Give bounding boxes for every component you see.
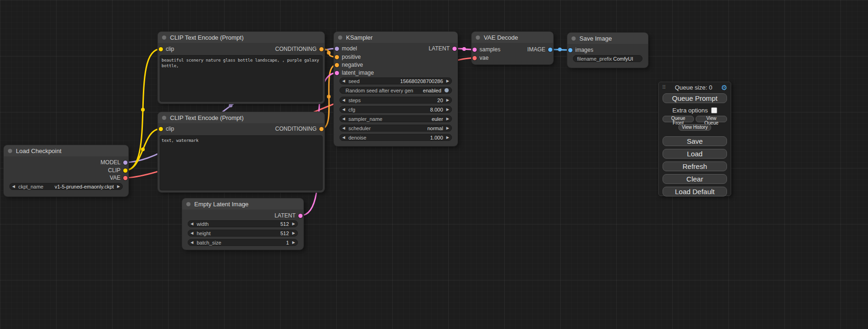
seed-widget[interactable]: ◀ seed 156680208700286 ▶ (339, 77, 452, 84)
queue-front-button[interactable]: Queue Front (663, 116, 694, 122)
cfg-widget[interactable]: ◀ cfg 8.000 ▶ (339, 106, 452, 113)
decrement-icon[interactable]: ◀ (342, 134, 345, 140)
latent-slot-dot[interactable] (335, 71, 339, 75)
save-button[interactable]: Save (663, 136, 727, 146)
width-widget[interactable]: ◀ width 512 ▶ (188, 220, 298, 227)
node-title-bar[interactable]: Save Image (567, 33, 648, 44)
conditioning-slot-dot[interactable] (335, 55, 339, 59)
model-slot-dot[interactable] (123, 161, 127, 165)
image-slot-dot[interactable] (568, 48, 572, 52)
random-seed-toggle-widget[interactable]: Random seed after every gen enabled (339, 87, 452, 94)
drag-handle-icon[interactable]: ⠿ (662, 84, 666, 91)
decrement-icon[interactable]: ◀ (191, 239, 193, 245)
view-history-button[interactable]: View History (678, 124, 711, 131)
decrement-icon[interactable]: ◀ (191, 221, 193, 227)
toggle-dot-icon[interactable] (445, 88, 449, 92)
input-slot-positive[interactable]: positive (334, 54, 458, 60)
widget-label: sampler_name (348, 116, 382, 122)
increment-icon[interactable]: ▶ (117, 183, 120, 189)
load-button[interactable]: Load (663, 149, 727, 159)
input-slot-vae[interactable]: vae (472, 55, 553, 61)
collapse-dot-icon[interactable] (572, 36, 576, 41)
load-checkpoint-node[interactable]: Load Checkpoint MODEL CLIP VAE ◀ ckpt_na… (4, 145, 128, 196)
conditioning-slot-dot[interactable] (319, 127, 324, 131)
increment-icon[interactable]: ▶ (446, 134, 449, 140)
empty-latent-image-node[interactable]: Empty Latent Image LATENT ◀ width 512 ▶ … (182, 198, 303, 250)
queue-prompt-button[interactable]: Queue Prompt (663, 93, 727, 103)
ksampler-node[interactable]: KSampler model positive negative latent_… (334, 32, 458, 146)
output-slot-clip[interactable]: CLIP (4, 167, 128, 174)
output-slot-image[interactable]: IMAGE (472, 46, 553, 53)
node-title-bar[interactable]: VAE Decode (472, 32, 553, 43)
ckpt-name-widget[interactable]: ◀ ckpt_name v1-5-pruned-emaonly.ckpt ▶ (9, 183, 123, 190)
widget-label: width (197, 221, 209, 227)
clip-slot-dot[interactable] (123, 168, 127, 173)
node-title-bar[interactable]: Load Checkpoint (4, 145, 128, 156)
increment-icon[interactable]: ▶ (446, 97, 449, 103)
collapse-dot-icon[interactable] (186, 202, 191, 206)
extra-options-checkbox[interactable] (711, 107, 717, 113)
negative-prompt-textarea[interactable]: text, watermark (160, 135, 323, 190)
node-title-bar[interactable]: Empty Latent Image (182, 198, 303, 210)
latent-slot-dot[interactable] (452, 47, 457, 51)
save-image-node[interactable]: Save Image images filename_prefix ComfyU… (567, 33, 648, 68)
refresh-button[interactable]: Refresh (663, 161, 727, 171)
collapse-dot-icon[interactable] (8, 149, 12, 153)
collapse-dot-icon[interactable] (162, 116, 166, 120)
collapse-dot-icon[interactable] (476, 35, 480, 40)
node-title-bar[interactable]: CLIP Text Encode (Prompt) (158, 32, 325, 43)
conditioning-slot-dot[interactable] (335, 63, 339, 67)
collapse-dot-icon[interactable] (162, 35, 166, 40)
decrement-icon[interactable]: ◀ (342, 116, 345, 122)
image-slot-dot[interactable] (548, 48, 552, 52)
decrement-icon[interactable]: ◀ (342, 97, 345, 103)
output-slot-conditioning[interactable]: CONDITIONING (158, 126, 325, 132)
positive-prompt-textarea[interactable]: beautiful scenery nature glass bottle la… (160, 55, 323, 102)
load-default-button[interactable]: Load Default (663, 187, 727, 196)
output-slot-conditioning[interactable]: CONDITIONING (158, 46, 325, 52)
decrement-icon[interactable]: ◀ (342, 78, 345, 84)
output-slot-model[interactable]: MODEL (4, 159, 128, 166)
view-queue-button[interactable]: View Queue (696, 116, 727, 122)
steps-widget[interactable]: ◀ steps 20 ▶ (339, 97, 452, 104)
vae-slot-dot[interactable] (123, 176, 127, 180)
filename-prefix-widget[interactable]: filename_prefix ComfyUI (573, 55, 642, 62)
collapse-dot-icon[interactable] (338, 35, 342, 40)
clip-text-encode-positive-node[interactable]: CLIP Text Encode (Prompt) clip CONDITION… (158, 32, 325, 104)
decrement-icon[interactable]: ◀ (191, 230, 193, 236)
clip-text-encode-negative-node[interactable]: CLIP Text Encode (Prompt) clip CONDITION… (158, 112, 325, 192)
input-slot-latent-image[interactable]: latent_image (334, 70, 458, 76)
output-slot-latent[interactable]: LATENT (182, 212, 303, 219)
node-graph-canvas[interactable]: Load Checkpoint MODEL CLIP VAE ◀ ckpt_na… (0, 0, 868, 329)
slot-label: CONDITIONING (275, 126, 317, 132)
decrement-icon[interactable]: ◀ (342, 125, 345, 131)
node-title: Save Image (579, 35, 612, 42)
batch-size-widget[interactable]: ◀ batch_size 1 ▶ (188, 239, 298, 246)
node-title-bar[interactable]: CLIP Text Encode (Prompt) (158, 112, 325, 123)
height-widget[interactable]: ◀ height 512 ▶ (188, 230, 298, 237)
latent-slot-dot[interactable] (298, 214, 303, 218)
sampler-name-widget[interactable]: ◀ sampler_name euler ▶ (339, 115, 452, 122)
decrement-icon[interactable]: ◀ (12, 183, 15, 189)
input-slot-images[interactable]: images (567, 47, 648, 53)
increment-icon[interactable]: ▶ (446, 78, 449, 84)
increment-icon[interactable]: ▶ (446, 106, 449, 112)
conditioning-slot-dot[interactable] (319, 47, 324, 51)
scheduler-widget[interactable]: ◀ scheduler normal ▶ (339, 125, 452, 132)
output-slot-vae[interactable]: VAE (4, 175, 128, 181)
vae-slot-dot[interactable] (473, 56, 477, 60)
input-slot-negative[interactable]: negative (334, 62, 458, 68)
slot-label: latent_image (342, 70, 374, 76)
increment-icon[interactable]: ▶ (292, 239, 295, 245)
clear-button[interactable]: Clear (663, 174, 727, 184)
increment-icon[interactable]: ▶ (446, 125, 449, 131)
node-title-bar[interactable]: KSampler (334, 32, 458, 43)
denoise-widget[interactable]: ◀ denoise 1.000 ▶ (339, 134, 452, 141)
increment-icon[interactable]: ▶ (292, 230, 295, 236)
settings-gear-icon[interactable]: ⚙ (721, 84, 727, 91)
increment-icon[interactable]: ▶ (292, 221, 295, 227)
increment-icon[interactable]: ▶ (446, 116, 449, 122)
decrement-icon[interactable]: ◀ (342, 106, 345, 112)
output-slot-latent[interactable]: LATENT (334, 45, 458, 52)
vae-decode-node[interactable]: VAE Decode samples vae IMAGE (472, 32, 553, 64)
